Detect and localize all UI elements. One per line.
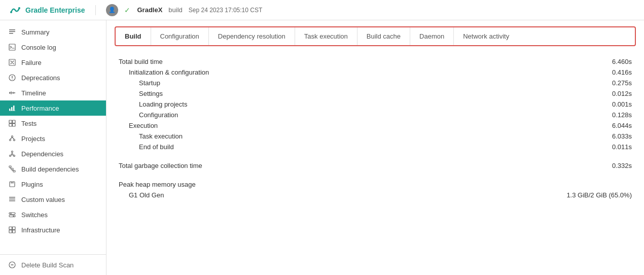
dependencies-icon xyxy=(8,150,16,158)
table-row: Total build time 6.460s xyxy=(119,56,632,67)
project-name: GradleX xyxy=(137,6,163,14)
svg-rect-12 xyxy=(9,120,12,123)
sidebar-item-tests[interactable]: Tests xyxy=(0,116,106,131)
sidebar-item-infrastructure[interactable]: Infrastructure xyxy=(0,222,106,237)
sidebar-item-switches[interactable]: Switches xyxy=(0,207,106,222)
svg-point-31 xyxy=(10,213,11,214)
table-row: Startup 0.275s xyxy=(119,78,632,88)
svg-rect-2 xyxy=(9,29,15,30)
svg-rect-37 xyxy=(13,230,16,233)
table-row: Configuration 0.128s xyxy=(119,110,632,120)
sidebar-label-timeline: Timeline xyxy=(21,89,46,97)
table-row: Total garbage collection time 0.332s xyxy=(119,160,632,171)
sidebar-label-console-log: Console log xyxy=(21,44,56,51)
tests-icon xyxy=(8,119,16,127)
tab-build[interactable]: Build xyxy=(116,27,151,45)
gradle-logo-icon xyxy=(8,3,22,17)
build-timestamp: Sep 24 2023 17:05:10 CST xyxy=(189,7,262,14)
topbar-divider xyxy=(95,5,96,15)
svg-point-33 xyxy=(13,216,14,217)
sidebar-item-console-log[interactable]: Console log xyxy=(0,40,106,55)
table-row: Loading projects 0.001s xyxy=(119,99,632,110)
delete-build-scan-label: Delete Build Scan xyxy=(21,261,74,269)
tab-network-activity[interactable]: Network activity xyxy=(454,27,518,45)
timeline-icon xyxy=(8,89,16,97)
section-gap xyxy=(119,171,632,179)
svg-rect-30 xyxy=(9,213,15,215)
svg-rect-9 xyxy=(9,109,11,111)
svg-point-1 xyxy=(18,7,20,9)
check-icon: ✓ xyxy=(124,6,130,14)
logo: Gradle Enterprise xyxy=(8,3,85,17)
sidebar-label-summary: Summary xyxy=(21,28,50,36)
delete-build-scan-button[interactable]: Delete Build Scan xyxy=(8,261,98,269)
custom-values-icon xyxy=(8,195,16,203)
svg-rect-23 xyxy=(9,166,11,167)
table-row: End of build 0.011s xyxy=(119,142,632,152)
sidebar-label-performance: Performance xyxy=(21,105,59,112)
svg-rect-10 xyxy=(11,107,13,111)
sidebar-item-deprecations[interactable]: Deprecations xyxy=(0,70,106,85)
failure-icon xyxy=(8,58,16,66)
sidebar-item-performance[interactable]: Performance xyxy=(0,100,106,116)
svg-rect-32 xyxy=(9,215,15,217)
table-row: G1 Old Gen 1.3 GiB/2 GiB (65.0%) xyxy=(119,190,632,200)
sidebar-label-deprecations: Deprecations xyxy=(21,74,60,82)
tab-task-execution[interactable]: Task execution xyxy=(295,27,357,45)
plugins-icon xyxy=(8,180,16,188)
sidebar-nav: Summary Console log Failure Deprecations xyxy=(0,24,106,254)
summary-icon xyxy=(8,28,16,36)
svg-rect-29 xyxy=(9,200,15,201)
build-dependencies-icon xyxy=(8,165,16,173)
sidebar-item-plugins[interactable]: Plugins xyxy=(0,177,106,192)
sidebar-label-failure: Failure xyxy=(21,59,42,66)
sidebar-label-switches: Switches xyxy=(21,211,48,219)
section-gap xyxy=(119,152,632,160)
svg-point-16 xyxy=(12,136,13,138)
sidebar-label-plugins: Plugins xyxy=(21,181,43,188)
topbar: Gradle Enterprise 👤 ✓ GradleX build Sep … xyxy=(0,0,644,20)
main-content: Build Configuration Dependency resolutio… xyxy=(106,20,644,275)
sidebar-item-build-dependencies[interactable]: Build dependencies xyxy=(0,161,106,177)
console-log-icon xyxy=(8,43,16,51)
svg-point-17 xyxy=(10,140,11,141)
svg-rect-27 xyxy=(9,197,15,198)
svg-rect-36 xyxy=(9,230,12,233)
sidebar-item-failure[interactable]: Failure xyxy=(0,55,106,70)
sidebar-item-summary[interactable]: Summary xyxy=(0,24,106,40)
sidebar-label-build-dependencies: Build dependencies xyxy=(21,165,79,173)
svg-point-0 xyxy=(10,11,12,13)
tab-dependency-resolution[interactable]: Dependency resolution xyxy=(209,27,295,45)
tab-daemon[interactable]: Daemon xyxy=(410,27,454,45)
tab-build-cache[interactable]: Build cache xyxy=(357,27,410,45)
sidebar-item-projects[interactable]: Projects xyxy=(0,131,106,146)
build-type: build xyxy=(168,6,182,14)
svg-point-18 xyxy=(14,140,15,141)
performance-content: Total build time 6.460s Initialization &… xyxy=(106,52,644,275)
table-row: Initialization & configuration 0.416s xyxy=(119,67,632,78)
tab-bar: Build Configuration Dependency resolutio… xyxy=(115,26,636,46)
sidebar-item-timeline[interactable]: Timeline xyxy=(0,85,106,100)
table-row: Peak heap memory usage xyxy=(119,179,632,190)
svg-rect-13 xyxy=(13,120,16,123)
avatar: 👤 xyxy=(106,4,118,16)
switches-icon xyxy=(8,211,16,219)
brand-name: Gradle Enterprise xyxy=(25,6,85,14)
sidebar-label-infrastructure: Infrastructure xyxy=(21,226,60,234)
delete-icon xyxy=(8,261,16,269)
svg-point-8 xyxy=(12,79,12,79)
svg-rect-11 xyxy=(13,106,15,111)
svg-point-19 xyxy=(12,151,13,153)
performance-icon xyxy=(8,104,16,112)
svg-rect-4 xyxy=(9,33,13,34)
infrastructure-icon xyxy=(8,226,16,234)
sidebar-footer: Delete Build Scan xyxy=(0,254,106,275)
tab-configuration[interactable]: Configuration xyxy=(151,27,209,45)
table-row: Settings 0.012s xyxy=(119,88,632,99)
sidebar-item-dependencies[interactable]: Dependencies xyxy=(0,146,106,161)
svg-rect-28 xyxy=(9,199,15,200)
sidebar-item-custom-values[interactable]: Custom values xyxy=(0,192,106,207)
sidebar-label-custom-values: Custom values xyxy=(21,196,65,203)
sidebar-label-tests: Tests xyxy=(21,120,37,127)
svg-rect-35 xyxy=(13,227,16,230)
